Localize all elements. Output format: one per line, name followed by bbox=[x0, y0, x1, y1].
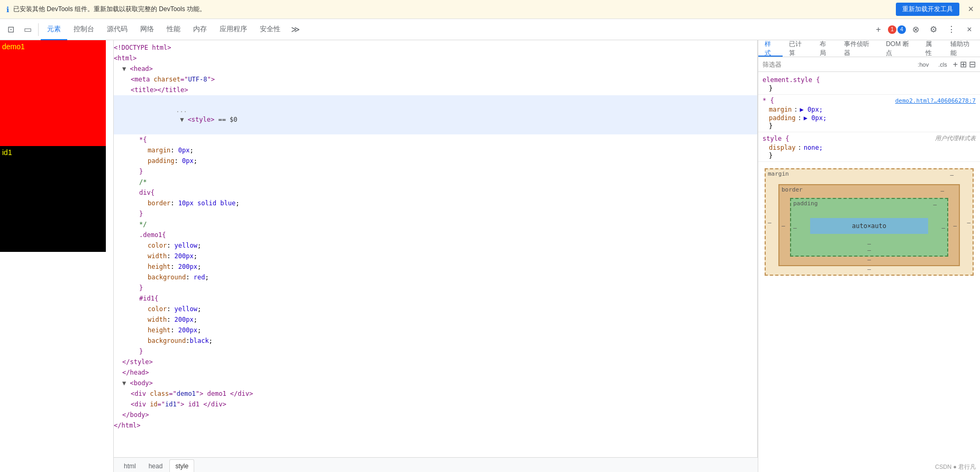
tab-head[interactable]: head bbox=[143, 459, 169, 472]
preview-pane: demo1 id1 bbox=[0, 40, 114, 472]
error-badge-group: 1 4 bbox=[888, 25, 906, 34]
html-line: background:black; bbox=[114, 335, 757, 346]
styles-tabs: 样式 已计算 布局 事件侦听器 DOM 断点 属性 辅助功能 bbox=[758, 40, 980, 57]
padding-bottom-val: – bbox=[867, 247, 871, 253]
tab-network[interactable]: 网络 bbox=[134, 19, 160, 40]
padding-right-val: – bbox=[941, 224, 945, 231]
devtools-split: <!DOCTYPE html> <html> ▼ <head> <meta ch… bbox=[114, 40, 980, 472]
box-border: border – – – – padding – – – bbox=[778, 184, 960, 266]
styles-panel: 样式 已计算 布局 事件侦听器 DOM 断点 属性 辅助功能 :hov .cls… bbox=[758, 40, 980, 472]
element-style-selector: element.style { bbox=[763, 76, 820, 84]
element-style-source: element.style { bbox=[763, 76, 976, 84]
html-line: ▼ <head> bbox=[114, 63, 757, 74]
tab-application[interactable]: 应用程序 bbox=[213, 19, 253, 40]
copy-style-icon[interactable]: ⊞ bbox=[960, 59, 967, 69]
tab-style[interactable]: style bbox=[169, 459, 194, 472]
styles-tab-style[interactable]: 样式 bbox=[758, 42, 783, 57]
filter-input[interactable] bbox=[763, 61, 912, 68]
tab-console[interactable]: 控制台 bbox=[67, 19, 101, 40]
bottom-tabs: html head style bbox=[114, 457, 758, 472]
html-line: #id1{ bbox=[114, 293, 757, 304]
html-line: <meta charset="UTF-8"> bbox=[114, 74, 757, 85]
notification-bar: ℹ 已安装其他 DevTools 组件。重新加载以获取完整的 DevTools … bbox=[0, 0, 980, 19]
demo1-preview: demo1 bbox=[0, 40, 106, 146]
inspect-element-icon[interactable]: ⊡ bbox=[2, 21, 19, 38]
html-panel[interactable]: <!DOCTYPE html> <html> ▼ <head> <meta ch… bbox=[114, 40, 758, 457]
html-line: <title></title> bbox=[114, 85, 757, 95]
more-options-icon[interactable]: ⋮ bbox=[943, 21, 960, 38]
add-panel-icon[interactable]: + bbox=[870, 21, 887, 38]
styles-content: element.style { } * { demo2.html?…406066… bbox=[758, 72, 980, 472]
html-line: margin: 0px; bbox=[114, 145, 757, 156]
id1-preview: id1 bbox=[0, 146, 106, 252]
html-line: color: yellow; bbox=[114, 240, 757, 251]
more-tabs-icon[interactable]: ≫ bbox=[287, 21, 304, 38]
margin-dash: – bbox=[950, 171, 954, 178]
border-right-val: – bbox=[953, 222, 957, 229]
toolbar-right: + 1 4 ⊗ ⚙ ⋮ × bbox=[870, 21, 978, 38]
universal-file-link[interactable]: demo2.html?…406066278:7 bbox=[895, 97, 976, 104]
html-line: .demo1{ bbox=[114, 230, 757, 240]
box-content[interactable]: auto×auto bbox=[810, 218, 928, 234]
box-model: margin – – – – border – – – – bbox=[758, 162, 980, 282]
html-line: */ bbox=[114, 219, 757, 230]
html-line-selected[interactable]: ... ▼ <style> == $0 bbox=[114, 95, 757, 134]
settings-icon[interactable]: ⚙ bbox=[925, 21, 942, 38]
reload-devtools-button[interactable]: 重新加载开发工具 bbox=[896, 3, 959, 16]
box-margin: margin – – – – border – – – – bbox=[765, 168, 974, 276]
info-badge: 4 bbox=[897, 25, 906, 34]
tab-sources[interactable]: 源代码 bbox=[101, 19, 134, 40]
layout-style-icon[interactable]: ⊟ bbox=[969, 59, 976, 69]
styles-tab-event-listeners[interactable]: 事件侦听器 bbox=[838, 42, 880, 57]
style-rule-source: style { 用户代理样式表 bbox=[763, 134, 976, 142]
html-line: <div id="id1"> id1 </div> bbox=[114, 399, 757, 410]
border-label: border bbox=[782, 186, 803, 193]
cls-button[interactable]: .cls bbox=[934, 60, 951, 69]
styles-tab-computed[interactable]: 已计算 bbox=[783, 42, 813, 57]
close-devtools-icon[interactable]: × bbox=[961, 21, 978, 38]
html-line: <html> bbox=[114, 53, 757, 63]
html-line: } bbox=[114, 283, 757, 293]
html-line: padding: 0px; bbox=[114, 156, 757, 166]
border-top-val: – bbox=[940, 187, 944, 194]
html-line: border: 10px solid blue; bbox=[114, 198, 757, 208]
padding-top-val: – bbox=[933, 201, 937, 208]
tab-html[interactable]: html bbox=[118, 459, 142, 472]
box-padding: padding – – – – auto×auto – bbox=[790, 198, 948, 257]
html-line: background: red; bbox=[114, 272, 757, 283]
watermark: CSDN ● 君行凡 bbox=[935, 463, 976, 471]
styles-tab-properties[interactable]: 属性 bbox=[919, 42, 943, 57]
padding-prop: padding : ▶ 0px; bbox=[769, 114, 976, 122]
user-agent-label: 用户代理样式表 bbox=[935, 134, 976, 142]
tab-security[interactable]: 安全性 bbox=[253, 19, 287, 40]
display-prop: display : none; bbox=[769, 143, 976, 152]
html-line: <div class="demo1"> demo1 </div> bbox=[114, 388, 757, 399]
html-line: ▼ <body> bbox=[114, 378, 757, 388]
universal-rule-props: margin : ▶ 0px; padding : ▶ 0px; } bbox=[763, 105, 976, 130]
add-style-icon[interactable]: + bbox=[953, 60, 958, 69]
tab-memory[interactable]: 内存 bbox=[187, 19, 213, 40]
html-line: </body> bbox=[114, 410, 757, 420]
close-notification-icon[interactable]: × bbox=[968, 4, 974, 15]
styles-tab-accessibility[interactable]: 辅助功能 bbox=[944, 42, 980, 57]
notification-text: 已安装其他 DevTools 组件。重新加载以获取完整的 DevTools 功能… bbox=[13, 5, 892, 14]
tab-performance[interactable]: 性能 bbox=[160, 19, 187, 40]
styles-tab-dom-breakpoints[interactable]: DOM 断点 bbox=[879, 42, 919, 57]
html-line: } bbox=[114, 166, 757, 177]
html-line: </style> bbox=[114, 357, 757, 367]
main-area: demo1 id1 <!DOCTYPE html> <html> ▼ <head… bbox=[0, 40, 980, 472]
html-panel-container: <!DOCTYPE html> <html> ▼ <head> <meta ch… bbox=[114, 40, 758, 472]
connections-icon[interactable]: ⊗ bbox=[907, 21, 924, 38]
html-line: color: yellow; bbox=[114, 304, 757, 314]
device-toolbar-icon[interactable]: ▭ bbox=[19, 21, 36, 38]
styles-tab-layout[interactable]: 布局 bbox=[813, 42, 838, 57]
filter-bar: :hov .cls + ⊞ ⊟ bbox=[758, 57, 980, 72]
style-selector: style { bbox=[763, 135, 790, 142]
info-icon: ℹ bbox=[6, 5, 9, 14]
html-line: width: 200px; bbox=[114, 251, 757, 261]
padding-left-val: – bbox=[793, 224, 797, 231]
html-line: } bbox=[114, 346, 757, 357]
hov-button[interactable]: :hov bbox=[914, 60, 932, 69]
html-line: </html> bbox=[114, 420, 757, 431]
tab-elements[interactable]: 元素 bbox=[41, 19, 67, 40]
